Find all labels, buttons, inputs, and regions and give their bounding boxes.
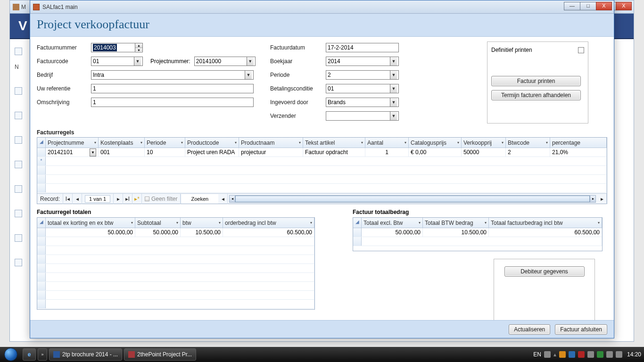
col-kostenplaats[interactable]: Kostenplaats▾ — [99, 138, 145, 148]
dialog-titlebar[interactable]: SALfac1 main — □ X — [30, 0, 614, 14]
regeltotalen-grid: ◢ totaal ex korting en ex btw▾ Subtotaal… — [37, 217, 315, 310]
tray-keyboard-icon[interactable] — [544, 351, 551, 358]
select-all-cell[interactable]: ◢ — [37, 218, 46, 228]
start-button[interactable] — [0, 347, 22, 362]
recnav-first-button[interactable]: I◂ — [63, 194, 73, 204]
tray-chevron-up-icon[interactable]: ▴ — [553, 351, 556, 358]
recnav-new-button[interactable]: ▸* — [132, 194, 142, 204]
recnav-position[interactable] — [85, 195, 110, 203]
col-totaal-ex[interactable]: totaal ex korting en ex btw▾ — [46, 218, 135, 228]
col-totaal-incl[interactable]: Totaal factuurbedrag incl btw▾ — [489, 218, 602, 228]
tray-av-icon[interactable] — [578, 351, 585, 358]
definitief-checkbox[interactable] — [578, 47, 584, 53]
taskbar-chevrons[interactable]: » — [38, 348, 47, 361]
minimize-button[interactable]: — — [564, 2, 580, 10]
taskbar-ie-button[interactable]: e — [23, 348, 36, 361]
afsluiten-button[interactable]: Factuur afsluiten — [555, 324, 607, 335]
col-periode[interactable]: Periode▾ — [145, 138, 185, 148]
chevron-down-icon: ▼ — [390, 98, 397, 107]
bg-nav-item[interactable] — [15, 136, 22, 144]
col-percentage[interactable]: percentage — [550, 138, 607, 148]
chevron-down-icon[interactable]: ▼ — [90, 148, 96, 156]
recnav-filter[interactable]: Geen filter — [142, 194, 181, 204]
col-verkoopprijs[interactable]: Verkoopprij▾ — [462, 138, 506, 148]
hscroll-right-button[interactable]: ▸ — [597, 194, 607, 204]
col-btwcode[interactable]: Btwcode▾ — [506, 138, 550, 148]
table-row[interactable]: 50.000,00 10.500,00 60.500,00 — [353, 228, 602, 237]
col-aantal[interactable]: Aantal▾ — [365, 138, 409, 148]
select-all-cell[interactable]: ◢ — [353, 218, 362, 228]
col-totaal-excl[interactable]: Totaal excl. Btw▾ — [362, 218, 423, 228]
recnav-label: Record: — [37, 194, 63, 204]
new-row[interactable]: * — [37, 157, 607, 166]
bg-nav-item[interactable] — [15, 112, 22, 119]
periode-combo[interactable]: 2▼ — [326, 70, 399, 80]
actualiseren-button[interactable]: Actualiseren — [509, 324, 550, 335]
tray-volume-icon[interactable] — [616, 351, 622, 358]
ingevoerd-combo[interactable]: Brands▼ — [326, 98, 399, 107]
omschrijving-input[interactable] — [91, 98, 254, 107]
tray-battery-icon[interactable] — [597, 351, 603, 358]
label-projectnummer: Projectnummer: — [150, 58, 190, 65]
termijn-button[interactable]: Termijn facturen afhandelen — [491, 90, 581, 100]
col-productcode[interactable]: Productcode▾ — [185, 138, 239, 148]
recnav-search[interactable] — [181, 194, 218, 204]
col-tekstartikel[interactable]: Tekst artikel▾ — [303, 138, 365, 148]
table-row[interactable]: 20142101▼ 001 10 Project uren RADA proje… — [37, 148, 607, 157]
close-button[interactable]: X — [596, 2, 612, 10]
projectnummer-combo[interactable]: 20141000▼ — [194, 57, 256, 66]
factuurcode-combo[interactable]: 01▼ — [91, 57, 143, 66]
tray-java-icon[interactable] — [559, 351, 566, 358]
tray-flag-icon[interactable] — [587, 351, 594, 358]
factuurregels-grid: ◢ Projectnumme▾ Kostenplaats▾ Periode▾ P… — [37, 137, 607, 204]
word-icon — [53, 351, 60, 358]
bg-nav-item[interactable] — [15, 210, 22, 217]
lang-indicator[interactable]: EN — [533, 351, 541, 358]
row-selector[interactable] — [37, 148, 46, 156]
factuurnummer-spinner[interactable]: 2014003 ▲▼ — [91, 43, 143, 52]
spin-up-icon[interactable]: ▲ — [135, 43, 142, 48]
chevron-down-icon: ▼ — [390, 84, 397, 93]
col-subtotaal[interactable]: Subtotaal▾ — [135, 218, 181, 228]
horizontal-scrollbar[interactable]: ◂▸ — [229, 195, 596, 203]
col-projectnummer[interactable]: Projectnumme▾ — [46, 138, 99, 148]
recnav-prev-button[interactable]: ◂ — [73, 194, 82, 204]
col-catalogusprijs[interactable]: Catalogusprijs▾ — [409, 138, 462, 148]
select-all-cell[interactable]: ◢ — [37, 138, 46, 148]
dialog-footer: Actualiseren Factuur afsluiten — [30, 320, 614, 338]
bedrijf-combo[interactable]: Intra▼ — [91, 70, 254, 80]
hscroll-left-button[interactable]: ◂ — [218, 194, 228, 204]
tray-dropbox-icon[interactable] — [569, 351, 575, 358]
recnav-next-button[interactable]: ▸ — [114, 194, 123, 204]
bg-nav-item[interactable] — [15, 161, 22, 168]
col-btw[interactable]: btw▾ — [181, 218, 223, 228]
betalingsconditie-combo[interactable]: 01▼ — [326, 84, 399, 93]
maximize-button[interactable]: □ — [580, 2, 596, 10]
bg-nav-item[interactable] — [15, 48, 22, 55]
bg-nav-item[interactable] — [15, 185, 22, 193]
spin-down-icon[interactable]: ▼ — [135, 48, 142, 53]
debiteur-button[interactable]: Debiteur gegevens — [504, 266, 585, 277]
verzender-combo[interactable]: ▼ — [326, 111, 399, 121]
bg-nav-item[interactable] — [15, 259, 22, 266]
taskbar-item-word[interactable]: 2tp brochure 2014 - ... — [49, 348, 122, 361]
label-factuurdatum: Factuurdatum — [270, 44, 326, 51]
taskbar-clock[interactable]: 14:20 — [627, 351, 641, 358]
col-productnaam[interactable]: Productnaam▾ — [239, 138, 303, 148]
factuurnummer-value: 2014003 — [93, 44, 117, 51]
new-row-marker: * — [37, 157, 46, 165]
table-row[interactable]: 50.000,00 50.000,00 10.500,00 60.500,00 — [37, 228, 314, 237]
taskbar-item-access[interactable]: 2thePoint Project Pr... — [124, 348, 196, 361]
recnav-last-button[interactable]: ▸I — [123, 194, 132, 204]
factuurdatum-input[interactable] — [326, 43, 399, 52]
bg-close-button[interactable]: X — [616, 2, 632, 10]
col-orderbedrag[interactable]: orderbedrag incl btw▾ — [223, 218, 314, 228]
tray-network-icon[interactable] — [606, 351, 613, 358]
boekjaar-combo[interactable]: 2014▼ — [326, 57, 399, 66]
print-invoice-button[interactable]: Factuur printen — [491, 76, 581, 86]
col-totaal-btw[interactable]: Totaal BTW bedrag▾ — [423, 218, 489, 228]
bg-nav-item[interactable] — [15, 87, 22, 95]
windows-taskbar: e » 2tp brochure 2014 - ... 2thePoint Pr… — [0, 347, 644, 362]
uwreferentie-input[interactable] — [91, 84, 254, 93]
bg-nav-item[interactable] — [15, 234, 22, 242]
